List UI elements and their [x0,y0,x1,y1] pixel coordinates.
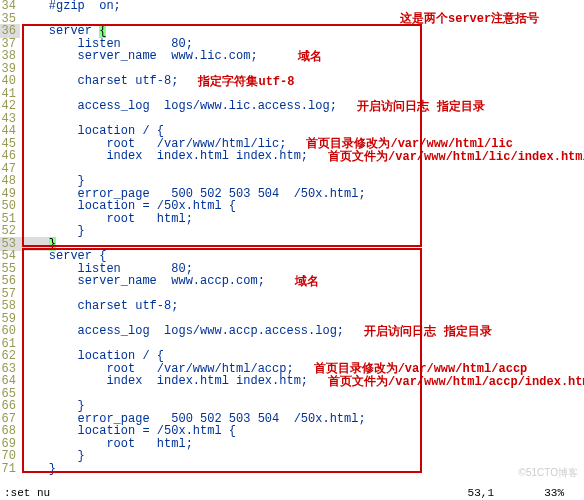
code-text: server_name www.accp.com; [20,274,265,288]
line-number: 71 [0,462,20,476]
code-text: charset utf-8; [20,74,178,88]
code-editor[interactable]: 34 #gzip on; 35这是两个server注意括号 36 server … [0,0,584,478]
status-position: 53,1 [468,487,494,499]
code-text: access_log logs/www.lic.access.log; [20,99,337,113]
status-percent: 33% [544,487,564,499]
code-text: server_name www.lic.com; [20,49,258,63]
status-command: :set nu [4,487,50,499]
code-text: charset utf-8; [20,299,178,313]
code-text: index index.html index.htm; [20,149,308,163]
watermark: ©51CTO博客 [519,466,578,480]
vim-statusbar: :set nu 53,1 33% [0,485,584,500]
code-text: access_log logs/www.accp.access.log; [20,324,344,338]
code-text: } [20,462,56,476]
code-text: index index.html index.htm; [20,374,308,388]
